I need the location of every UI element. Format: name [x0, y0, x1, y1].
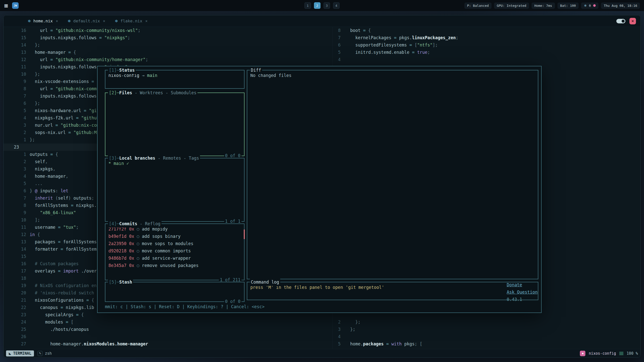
line-number: 10 [4, 216, 30, 224]
code-line: 24 modules = [ [4, 319, 333, 326]
workspace-4[interactable]: 4 [333, 2, 340, 9]
commit-graph-node: ○ [137, 234, 142, 239]
line-number: 8 [4, 202, 30, 209]
line-number: 2 [4, 129, 30, 136]
commit-row[interactable]: 2a23950 0x ○ move sops to modules [108, 240, 241, 247]
window-close-button[interactable]: × [629, 18, 636, 24]
commit-author: 0x [129, 241, 137, 246]
status-chip: P: Balanced [464, 3, 492, 9]
session-name: nixos-config [589, 351, 616, 356]
line-number: 15 [4, 34, 30, 41]
line-number: 11 [4, 224, 30, 231]
lazygit-diff-panel[interactable]: Diff No changed files [247, 70, 538, 279]
code-line: 14 }; [4, 41, 333, 49]
commit-row[interactable]: d920218 0x ○ move common imports [108, 247, 241, 255]
code-line: 5 initrd.systemd.enable = true; [333, 49, 641, 56]
line-number: 18 [4, 275, 30, 282]
lazygit-files-panel[interactable]: [2]─Files - Worktrees - Submodules 0 of … [105, 93, 245, 156]
tab-label: default.nix [73, 19, 100, 23]
code-line: 8boot = { [333, 27, 641, 34]
bottom-status-bar: ◣ TERMINAL ✎ zsh ▪ nixos-config 100 % [4, 349, 640, 357]
commit-graph-node: ○ [137, 263, 142, 268]
donate-link[interactable]: Donate [507, 282, 522, 287]
tab-flake.nix[interactable]: ❄flake.nix× [115, 19, 147, 23]
accent-dot-icon [593, 4, 596, 7]
mode-label: TERMINAL [13, 351, 31, 356]
line-number: 7 [333, 34, 341, 41]
tab-default.nix[interactable]: ❄default.nix× [68, 19, 105, 23]
line-number: 23 [4, 144, 30, 151]
commit-graph-node: ○ [137, 256, 142, 261]
commits-scrollbar[interactable] [244, 230, 245, 239]
tab-close-icon[interactable]: × [103, 19, 105, 23]
code-line: 5home.packages = with pkgs; [ [333, 340, 641, 348]
line-number: 14 [4, 246, 30, 253]
line-number: 27 [4, 340, 30, 348]
commit-author: 0x [129, 248, 137, 253]
tab-controls: × [616, 18, 640, 24]
apps-grid-icon[interactable]: ▦ [4, 3, 8, 8]
line-number: 15 [4, 253, 30, 260]
commit-hash: d920218 [108, 248, 129, 253]
code-line: 26 [4, 333, 333, 340]
tab-home.nix[interactable]: ❄home.nix× [28, 19, 58, 23]
line-number: 6 [4, 100, 30, 107]
line-number: 5 [333, 49, 341, 56]
line-number: 7 [4, 93, 30, 100]
code-line: 15 inputs.nixpkgs.follows = "nixpkgs"; [4, 34, 333, 41]
line-number: 3 [4, 165, 30, 173]
zellij-logo-icon: ◣ [9, 352, 11, 355]
workspace-1[interactable]: 1 [304, 2, 311, 9]
commit-hash: 2a23950 [108, 241, 129, 246]
current-branch: main [147, 73, 157, 78]
ask-question-link[interactable]: Ask Question [507, 290, 538, 295]
topbar-status-chips: P: BalancedGPU: IntegratedHome: 7msBat: … [464, 3, 579, 9]
keyboard-layout-badge[interactable]: JW [12, 2, 19, 9]
line-number: 4 [333, 56, 341, 63]
keybinding-hints: mmit: c | Stash: s | Reset: D | Keybindi… [105, 303, 265, 310]
line-number: 12 [4, 231, 30, 238]
line-number: 25 [4, 326, 30, 333]
line-number: 1 [4, 151, 30, 158]
lazygit-commits-panel[interactable]: [4]─Commits - Reflog 2717f2f 0x ○ add mo… [105, 223, 245, 280]
line-number: 14 [4, 41, 30, 49]
shell-tab[interactable]: ✎ zsh [37, 351, 52, 356]
line-number: 8 [333, 27, 341, 34]
tab-close-icon[interactable]: × [56, 19, 58, 23]
commit-message: add sops binary [142, 234, 181, 239]
line-number: 9 [4, 209, 30, 216]
commit-row[interactable]: b49ef1d 0x ○ add sops binary [108, 233, 241, 240]
workspace-2[interactable]: 2 [314, 2, 320, 9]
list-icon [619, 352, 623, 355]
line-number: 19 [4, 282, 30, 289]
status-chip: Home: 7ms [532, 3, 555, 9]
shell-label: zsh [45, 351, 52, 356]
code-line: 4 [333, 56, 641, 63]
line-number: 2 [333, 319, 341, 326]
line-number: 6 [4, 187, 30, 195]
layout-toggle[interactable] [616, 19, 625, 23]
line-number: 17 [4, 267, 30, 275]
lazygit-branches-panel[interactable]: [3]─Local branches - Remotes - Tags * ma… [105, 158, 245, 222]
mode-indicator: ◣ TERMINAL [6, 350, 34, 356]
lazygit-popup: [1]─Status nixos-config → main [2]─Files… [97, 66, 542, 313]
line-number: 13 [4, 238, 30, 246]
tab-close-icon[interactable]: × [145, 19, 148, 23]
code-line: 7 kernelPackages = pkgs.linuxPackages_ze… [333, 34, 641, 41]
status-chip: Bat: 100 [557, 3, 579, 9]
line-number: 4 [4, 114, 30, 122]
workspace-3[interactable]: 3 [324, 2, 330, 9]
commit-hash: 8e345a7 [108, 263, 129, 268]
line-number: 7 [4, 195, 30, 202]
commit-row[interactable]: 9486b7d 0x ○ add service-wrapper [108, 255, 241, 262]
commit-row[interactable]: 8e345a7 0x ○ remove unused packages [108, 262, 241, 269]
code-line: 3}; [333, 326, 641, 333]
tab-label: flake.nix [120, 19, 142, 23]
code-line: 4 [333, 333, 641, 340]
line-number: 5 [333, 340, 341, 348]
session-badge-icon: ▪ [580, 351, 585, 356]
line-number: 10 [4, 71, 30, 78]
lazygit-stash-panel[interactable]: [5]─Stash 0 of 0 [105, 282, 245, 302]
lazygit-status-panel[interactable]: [1]─Status nixos-config → main [105, 70, 245, 89]
line-number: 22 [4, 304, 30, 311]
